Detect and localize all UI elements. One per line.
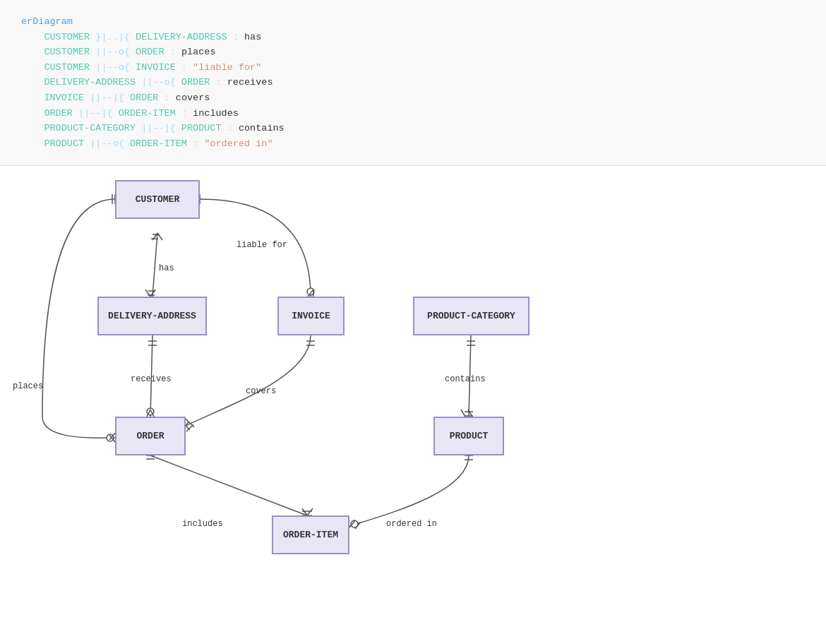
label-places: places	[13, 381, 43, 391]
entity-product-category: PRODUCT-CATEGORY	[413, 297, 529, 335]
entity-order-item: ORDER-ITEM	[272, 515, 349, 554]
code-line-8: PRODUCT ||--o{ ORDER-ITEM : "ordered in"	[21, 136, 805, 152]
entity-invoice: INVOICE	[277, 297, 345, 335]
entity-delivery-address: DELIVERY-ADDRESS	[97, 297, 207, 335]
svg-line-36	[461, 410, 465, 417]
label-has: has	[159, 263, 174, 273]
label-includes: includes	[182, 519, 223, 529]
code-keyword: erDiagram	[21, 14, 805, 30]
entity-customer: CUSTOMER	[115, 180, 200, 219]
code-line-5: INVOICE ||--|{ ORDER : covers	[21, 90, 805, 106]
code-line-6: ORDER ||--|{ ORDER-ITEM : includes	[21, 106, 805, 121]
code-line-1: CUSTOMER }|..|{ DELIVERY-ADDRESS : has	[21, 30, 805, 45]
label-covers: covers	[246, 386, 276, 396]
entity-order: ORDER	[115, 417, 186, 455]
svg-line-0	[152, 233, 157, 297]
code-line-7: PRODUCT-CATEGORY ||--|{ PRODUCT : contai…	[21, 121, 805, 136]
code-line-2: CUSTOMER ||--o{ ORDER : places	[21, 44, 805, 60]
svg-line-8	[157, 233, 162, 240]
diagram-section: has liable for places	[0, 166, 826, 611]
label-contains: contains	[445, 374, 486, 384]
code-line-4: DELIVERY-ADDRESS ||--o{ ORDER : receives	[21, 75, 805, 90]
svg-line-38	[150, 455, 307, 515]
label-liable-for: liable for	[237, 240, 287, 250]
entity-product: PRODUCT	[433, 417, 504, 455]
label-ordered-in: ordered in	[386, 519, 437, 529]
code-line-3: CUSTOMER ||--o{ INVOICE : "liable for"	[21, 60, 805, 76]
svg-line-44	[307, 508, 313, 515]
label-receives: receives	[131, 374, 172, 384]
code-section: erDiagram CUSTOMER }|..|{ DELIVERY-ADDRE…	[0, 0, 826, 166]
er-diagram-svg: has liable for places	[0, 166, 826, 611]
